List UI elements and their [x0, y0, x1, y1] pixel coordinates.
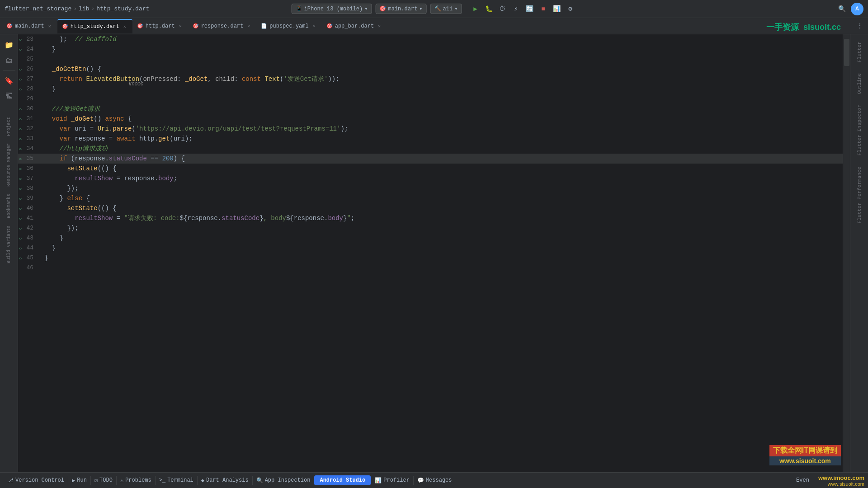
tab-pubspec-yaml[interactable]: 📄 pubspec.yaml ✕ [256, 19, 321, 33]
tab-http-dart[interactable]: 🎯 http.dart ✕ [132, 19, 188, 33]
settings-button[interactable]: ⚙ [564, 3, 576, 15]
android-studio-badge[interactable]: Android Studio [314, 475, 371, 485]
code-line-35: ○35 if (response.statusCode == 200) { [18, 154, 843, 164]
status-event-log[interactable]: Even [793, 477, 813, 483]
dart-file-icon-4: 🎯 [193, 23, 199, 29]
flutter-inspector-label[interactable]: Flutter Inspector [855, 99, 864, 161]
scrollbar-thumb[interactable] [844, 39, 849, 66]
hot-restart-button[interactable]: 🔄 [523, 3, 536, 15]
project-label[interactable]: Project [5, 113, 13, 140]
yaml-file-icon: 📄 [261, 23, 267, 29]
watermark-bottom: 下载全网IT网课请到 www.sisuoit.com [769, 445, 841, 465]
dart-file-icon-2: 🎯 [62, 23, 68, 29]
status-right: Even www.imooc.com www.sisuoit.com [793, 474, 864, 487]
watermark-line1: 下载全网IT网课请到 [769, 445, 841, 456]
status-profiler[interactable]: 📊 Profiler [371, 473, 413, 488]
device-selector[interactable]: 📱 iPhone 13 (mobile) ▾ [292, 4, 372, 14]
code-line-30: ○30 ///发送Get请求 [18, 104, 843, 114]
stop-button[interactable]: ■ [537, 3, 549, 15]
tabs-bar: 🎯 main.dart ✕ 🎯 http_study.dart ✕ 🎯 http… [0, 18, 868, 34]
imooc-badge: imooc [129, 80, 143, 87]
flutter-performance-label[interactable]: Flutter Performance [855, 161, 864, 229]
chevron-down-icon-3: ▾ [454, 5, 458, 12]
more-tabs-button[interactable]: ⋮ [854, 20, 866, 33]
dart-icon: 🎯 [379, 5, 386, 12]
tab-app-bar-dart[interactable]: 🎯 app_bar.dart ✕ [322, 19, 387, 33]
dart-file-icon: 🎯 [6, 23, 13, 29]
hot-reload-button[interactable]: ⚡ [509, 3, 522, 15]
chevron-down-icon-2: ▾ [419, 5, 422, 12]
status-bar: ⎇ Version Control ▶ Run ☑ TODO ⚠ Problem… [0, 472, 868, 488]
status-dart-analysis[interactable]: ◆ Dart Analysis [198, 473, 252, 488]
breadcrumb-file[interactable]: http_study.dart [96, 5, 149, 12]
sidebar-resource-icon[interactable]: 🗂 [2, 53, 16, 68]
todo-icon: ☑ [94, 477, 98, 484]
main-layout: 📁 🗂 🔖 🏗 Project Resource Manager Bookmar… [0, 34, 868, 472]
run-button[interactable]: ▶ [469, 3, 481, 15]
outline-panel-label[interactable]: Outline [855, 68, 864, 99]
status-watermark: www.imooc.com www.sisuoit.com [818, 474, 864, 487]
flutter-panel-label[interactable]: Flutter [855, 36, 864, 68]
device-icon: 📱 [296, 5, 302, 12]
profiler-icon: 📊 [375, 477, 382, 484]
code-line-34: ○34 //http请求成功 [18, 144, 843, 154]
breadcrumb-lib[interactable]: lib [79, 5, 89, 12]
tab-main-dart[interactable]: 🎯 main.dart ✕ [2, 19, 57, 33]
search-button[interactable]: 🔍 [835, 3, 848, 15]
code-line-29: 29 [18, 94, 843, 104]
debug-button[interactable]: 🐛 [482, 3, 495, 15]
code-line-26: ○26 _doGetBtn() { [18, 64, 843, 74]
status-problems[interactable]: ⚠ Problems [117, 473, 155, 488]
watermark-line2: www.sisuoit.com [769, 456, 841, 465]
code-line-38: ○38 }); [18, 183, 843, 193]
title-center: 📱 iPhone 13 (mobile) ▾ 🎯 main.dart ▾ 🔨 a… [292, 3, 577, 15]
sidebar-project-icon[interactable]: 📁 [2, 38, 16, 52]
watermark-top: 一手资源 sisuoit.cc [766, 22, 841, 33]
left-sidebar: 📁 🗂 🔖 🏗 Project Resource Manager Bookmar… [0, 34, 18, 472]
status-todo[interactable]: ☑ TODO [91, 473, 116, 488]
close-tab-app-bar[interactable]: ✕ [376, 23, 382, 29]
close-tab-http-study[interactable]: ✕ [122, 23, 128, 30]
status-version-control[interactable]: ⎇ Version Control [4, 473, 68, 488]
code-line-33: ○33 var response = await http.get(uri); [18, 134, 843, 144]
device-label: iPhone 13 (mobile) [304, 6, 363, 12]
code-line-43: ○43 } [18, 233, 843, 243]
problems-icon: ⚠ [120, 477, 123, 484]
status-messages[interactable]: 💬 Messages [414, 473, 456, 488]
status-app-inspection[interactable]: 🔍 App Inspection [253, 473, 314, 488]
tab-http-study-dart[interactable]: 🎯 http_study.dart ✕ [57, 19, 132, 33]
user-avatar[interactable]: A [851, 3, 863, 15]
code-line-23: ○23 ); // Scaffold [18, 34, 843, 44]
breadcrumb-project[interactable]: flutter_net_storage [5, 5, 71, 12]
close-tab-response[interactable]: ✕ [245, 23, 252, 29]
build-config[interactable]: 🔨 a11 ▾ [430, 4, 462, 14]
dart-analysis-icon: ◆ [201, 477, 204, 484]
coverage-button[interactable]: 📊 [550, 3, 563, 15]
resource-label[interactable]: Resource Manager [5, 140, 13, 190]
build-config-label: a11 [443, 6, 453, 12]
code-line-39: ○39 } else { [18, 193, 843, 203]
app-inspection-icon: 🔍 [256, 477, 263, 484]
run-config[interactable]: 🎯 main.dart ▾ [375, 4, 426, 14]
code-line-36: ○36 setState(() { [18, 164, 843, 174]
close-tab-http[interactable]: ✕ [177, 23, 184, 29]
code-line-42: ○42 }); [18, 223, 843, 233]
code-line-24: ○24 } [18, 44, 843, 54]
title-bar: flutter_net_storage › lib › http_study.d… [0, 0, 868, 18]
status-run[interactable]: ▶ Run [68, 473, 90, 488]
status-terminal[interactable]: >_ Terminal [156, 473, 197, 488]
close-tab-pubspec[interactable]: ✕ [311, 23, 317, 29]
code-line-25: 25 [18, 54, 843, 64]
sidebar-build-icon[interactable]: 🏗 [2, 89, 16, 103]
bookmarks-label[interactable]: Bookmarks [5, 190, 13, 222]
profile-button[interactable]: ⏱ [496, 3, 509, 15]
code-line-40: ○40 setState(() { [18, 203, 843, 213]
sidebar-bookmarks-icon[interactable]: 🔖 [2, 74, 16, 88]
version-control-icon: ⎇ [7, 477, 14, 484]
code-editor[interactable]: ○23 ); // Scaffold ○24 } 25 ○26 _doGetBt… [18, 34, 843, 472]
build-icon: 🔨 [434, 5, 441, 12]
code-line-44: ○44 } [18, 243, 843, 253]
close-tab-main[interactable]: ✕ [47, 23, 53, 29]
build-variants-label[interactable]: Build Variants [5, 222, 13, 267]
tab-response-dart[interactable]: 🎯 response.dart ✕ [188, 19, 257, 33]
